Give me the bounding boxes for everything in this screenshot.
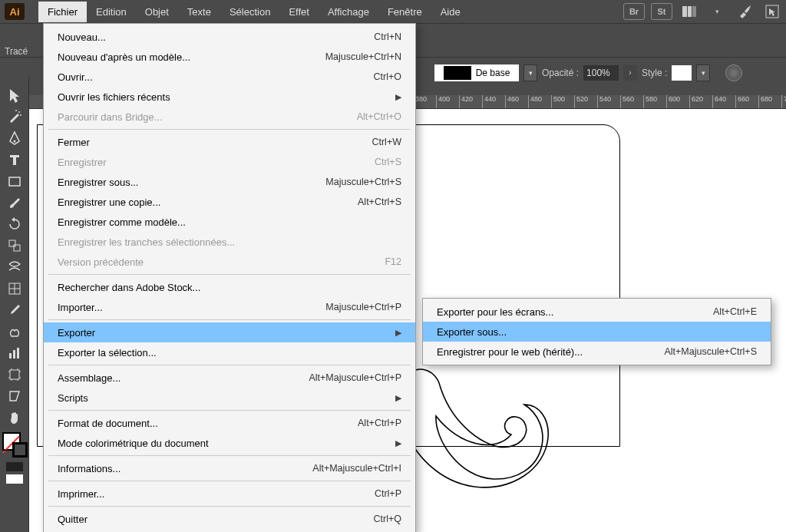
mini-swatch-1[interactable] — [6, 462, 23, 471]
stroke-style-caret[interactable]: ▾ — [523, 64, 537, 81]
path-label: Tracé — [5, 46, 28, 57]
file-menu-item[interactable]: Nouveau...Ctrl+N — [44, 27, 415, 47]
opacity-arrow[interactable]: › — [623, 65, 637, 81]
menu-item-label: Assemblage... — [58, 372, 121, 384]
layout-icon[interactable] — [679, 3, 700, 20]
tool-scale[interactable] — [2, 235, 27, 256]
export-submenu-item[interactable]: Enregistrer pour le web (hérité)...Alt+M… — [423, 342, 771, 362]
menu-item-shortcut: Alt+Majuscule+Ctrl+I — [312, 463, 401, 474]
rocket-icon[interactable] — [734, 3, 755, 20]
globe-icon[interactable] — [725, 64, 742, 81]
file-menu-item[interactable]: Ouvrir les fichiers récents▶ — [44, 87, 415, 107]
style-caret[interactable]: ▾ — [696, 64, 710, 81]
file-menu-item[interactable]: QuitterCtrl+Q — [44, 509, 415, 529]
file-menu-item[interactable]: Enregistrer une copie...Alt+Ctrl+S — [44, 192, 415, 212]
stroke-swatch — [444, 66, 471, 80]
ruler-tick: 420 — [459, 95, 473, 108]
menu-item-label: Format de document... — [58, 418, 158, 429]
tool-magic-wand[interactable] — [2, 106, 27, 127]
tool-mesh[interactable] — [2, 278, 27, 299]
svg-rect-15 — [10, 370, 19, 379]
tool-rotate[interactable] — [2, 213, 27, 235]
menu-item-label: Quitter — [58, 514, 88, 525]
menu-item-shortcut: Alt+Ctrl+E — [713, 306, 757, 317]
export-submenu-item[interactable]: Exporter pour les écrans...Alt+Ctrl+E — [423, 302, 771, 322]
menu-item-label: Exporter la sélection... — [58, 347, 157, 359]
menu-item-label: Parcourir dans Bridge... — [58, 111, 163, 123]
menu-item-objet[interactable]: Objet — [136, 2, 178, 22]
file-menu-item[interactable]: Exporter la sélection... — [44, 342, 415, 362]
menu-item-shortcut: Ctrl+N — [374, 31, 401, 42]
tool-type[interactable] — [2, 149, 27, 170]
file-menu-item[interactable]: Enregistrer sous...Majuscule+Ctrl+S — [44, 172, 415, 192]
file-menu-item[interactable]: Informations...Alt+Majuscule+Ctrl+I — [44, 458, 415, 478]
stock-icon[interactable]: St — [651, 3, 672, 20]
menu-item-aide[interactable]: Aide — [431, 2, 470, 22]
svg-rect-2 — [692, 6, 696, 17]
style-swatch[interactable] — [672, 65, 692, 81]
menu-item-shortcut: Majuscule+Ctrl+N — [325, 51, 401, 62]
export-submenu: Exporter pour les écrans...Alt+Ctrl+EExp… — [422, 298, 771, 365]
fill-stroke-indicator[interactable] — [3, 433, 26, 456]
ruler-tick: 600 — [666, 95, 680, 108]
tool-warp[interactable] — [2, 256, 27, 278]
menu-item-edition[interactable]: Edition — [87, 2, 136, 22]
ruler-tick: 660 — [735, 95, 749, 108]
menu-item-shortcut: Ctrl+P — [375, 488, 401, 499]
stroke-style-label: De base — [476, 68, 510, 78]
menu-item-label: Nouveau... — [58, 31, 106, 43]
file-menu-item[interactable]: Enregistrer comme modèle... — [44, 212, 415, 232]
mini-swatch-2[interactable] — [6, 474, 23, 484]
ruler-tick: 580 — [643, 95, 657, 108]
menu-item-effet[interactable]: Effet — [279, 2, 319, 22]
menu-item-label: Enregistrer pour le web (hérité)... — [437, 346, 583, 358]
menu-item-label: Enregistrer une copie... — [58, 197, 160, 208]
file-menu-item[interactable]: FermerCtrl+W — [44, 132, 415, 152]
file-menu-item[interactable]: Assemblage...Alt+Majuscule+Ctrl+P — [44, 368, 415, 388]
menu-item-sélection[interactable]: Sélection — [220, 2, 279, 22]
submenu-arrow-icon: ▶ — [395, 393, 401, 403]
tool-rectangle[interactable] — [2, 170, 27, 192]
bridge-icon[interactable]: Br — [623, 3, 645, 20]
menu-item-shortcut: Alt+Ctrl+O — [357, 111, 401, 122]
tool-eyedropper[interactable] — [2, 299, 27, 321]
menu-bar: Ai FichierEditionObjetTexteSélectionEffe… — [0, 0, 786, 23]
file-menu-item[interactable]: Rechercher dans Adobe Stock... — [44, 277, 415, 297]
tool-pen[interactable] — [2, 127, 27, 149]
file-menu-item[interactable]: Scripts▶ — [44, 388, 415, 408]
menu-item-affichage[interactable]: Affichage — [319, 2, 378, 22]
file-menu-item[interactable]: Mode colorimétrique du document▶ — [44, 433, 415, 453]
stroke-style-dropdown[interactable]: De base — [434, 64, 519, 81]
caret-icon[interactable]: ▾ — [706, 3, 728, 20]
style-label: Style : — [642, 68, 667, 78]
tool-selection[interactable] — [2, 84, 27, 106]
tool-artboard[interactable] — [2, 364, 27, 385]
tool-slice[interactable] — [2, 385, 27, 407]
file-menu-item[interactable]: Imprimer...Ctrl+P — [44, 484, 415, 504]
menu-item-texte[interactable]: Texte — [178, 2, 220, 22]
menu-item-fichier[interactable]: Fichier — [38, 2, 87, 22]
file-menu-item[interactable]: Importer...Majuscule+Ctrl+P — [44, 297, 415, 317]
opacity-value[interactable]: 100% — [583, 65, 619, 81]
ruler-tick: 640 — [712, 95, 726, 108]
tool-brush[interactable] — [2, 192, 27, 213]
menu-item-fenêtre[interactable]: Fenêtre — [378, 2, 431, 22]
menu-item-label: Version précédente — [58, 256, 144, 268]
pointer-panel-icon[interactable] — [761, 3, 783, 20]
file-menu-item[interactable]: Ouvrir...Ctrl+O — [44, 67, 415, 87]
tool-hand[interactable] — [2, 407, 27, 428]
file-menu-item[interactable]: Format de document...Alt+Ctrl+P — [44, 413, 415, 433]
menu-item-label: Imprimer... — [58, 488, 104, 500]
svg-point-6 — [15, 110, 17, 111]
export-submenu-item[interactable]: Exporter sous... — [423, 322, 771, 342]
tool-graph[interactable] — [2, 342, 27, 364]
opacity-label: Opacité : — [542, 68, 579, 78]
menu-item-label: Enregistrer les tranches sélectionnées..… — [58, 236, 235, 248]
ruler-tick: 480 — [528, 95, 542, 108]
file-menu-item[interactable]: Exporter▶ — [44, 322, 415, 342]
menu-item-shortcut: Majuscule+Ctrl+S — [325, 177, 401, 187]
menu-item-label: Rechercher dans Adobe Stock... — [58, 282, 200, 293]
menu-item-shortcut: Alt+Ctrl+P — [358, 418, 401, 428]
tool-symbol[interactable] — [2, 321, 27, 342]
file-menu-item[interactable]: Nouveau d'après un modèle...Majuscule+Ct… — [44, 47, 415, 67]
